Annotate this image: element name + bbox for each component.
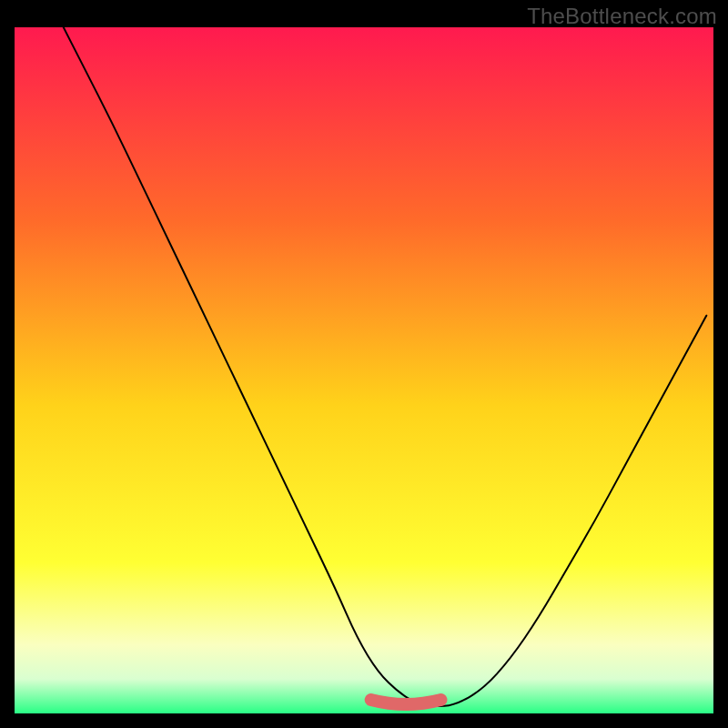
gradient-background [15, 27, 713, 713]
plot-area [15, 27, 713, 713]
watermark-text: TheBottleneck.com [527, 4, 717, 29]
bottleneck-chart [15, 27, 713, 713]
optimal-zone-marker [371, 700, 441, 704]
chart-frame: TheBottleneck.com [0, 0, 728, 728]
